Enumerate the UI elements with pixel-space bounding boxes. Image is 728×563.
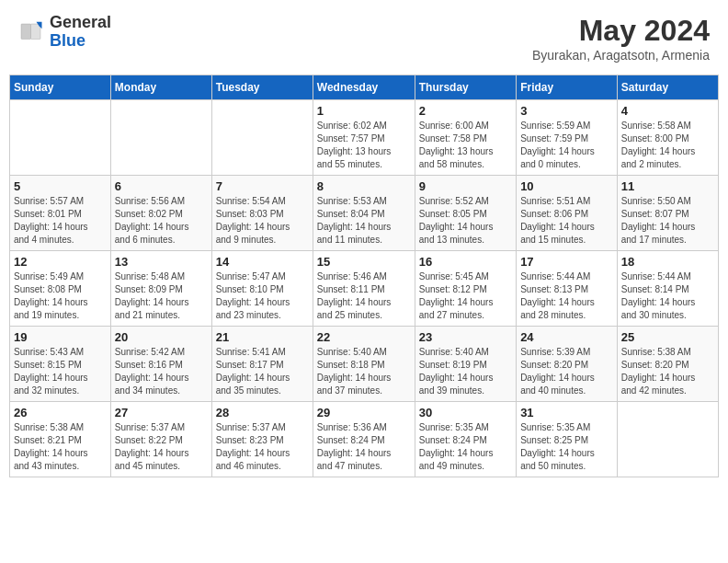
calendar-cell: 15Sunrise: 5:46 AM Sunset: 8:11 PM Dayli…	[313, 251, 415, 327]
calendar-table: SundayMondayTuesdayWednesdayThursdayFrid…	[9, 75, 719, 477]
calendar-header: SundayMondayTuesdayWednesdayThursdayFrid…	[10, 75, 719, 100]
calendar-cell: 10Sunrise: 5:51 AM Sunset: 8:06 PM Dayli…	[517, 176, 618, 251]
day-number: 27	[115, 406, 208, 419]
calendar-cell: 6Sunrise: 5:56 AM Sunset: 8:02 PM Daylig…	[110, 176, 211, 251]
day-info: Sunrise: 5:52 AM Sunset: 8:05 PM Dayligh…	[419, 195, 512, 247]
day-info: Sunrise: 5:57 AM Sunset: 8:01 PM Dayligh…	[14, 195, 107, 247]
day-info: Sunrise: 5:44 AM Sunset: 8:14 PM Dayligh…	[621, 270, 714, 322]
day-number: 16	[419, 255, 512, 269]
calendar-week-1: 5Sunrise: 5:57 AM Sunset: 8:01 PM Daylig…	[10, 176, 719, 251]
calendar-cell: 8Sunrise: 5:53 AM Sunset: 8:04 PM Daylig…	[313, 176, 415, 251]
title-block: May 2024 Byurakan, Aragatsotn, Armenia	[532, 14, 710, 63]
col-header-tuesday: Tuesday	[211, 75, 313, 100]
day-info: Sunrise: 5:40 AM Sunset: 8:19 PM Dayligh…	[419, 346, 512, 397]
day-number: 25	[621, 330, 714, 344]
calendar-week-0: 1Sunrise: 6:02 AM Sunset: 7:57 PM Daylig…	[10, 100, 719, 176]
day-number: 26	[14, 406, 107, 419]
day-info: Sunrise: 5:38 AM Sunset: 8:21 PM Dayligh…	[14, 421, 107, 473]
col-header-thursday: Thursday	[415, 75, 516, 100]
page-header: General Blue May 2024 Byurakan, Aragatso…	[9, 9, 719, 67]
calendar-cell: 13Sunrise: 5:48 AM Sunset: 8:09 PM Dayli…	[110, 251, 211, 327]
day-info: Sunrise: 5:38 AM Sunset: 8:20 PM Dayligh…	[621, 346, 714, 397]
day-number: 22	[317, 330, 411, 344]
day-info: Sunrise: 5:35 AM Sunset: 8:24 PM Dayligh…	[419, 421, 512, 473]
calendar-cell: 24Sunrise: 5:39 AM Sunset: 8:20 PM Dayli…	[517, 327, 618, 402]
day-number: 24	[520, 330, 613, 344]
calendar-cell: 3Sunrise: 5:59 AM Sunset: 7:59 PM Daylig…	[517, 100, 618, 176]
day-number: 31	[520, 406, 613, 419]
calendar-cell: 14Sunrise: 5:47 AM Sunset: 8:10 PM Dayli…	[211, 251, 313, 327]
day-info: Sunrise: 6:02 AM Sunset: 7:57 PM Dayligh…	[317, 120, 411, 171]
col-header-wednesday: Wednesday	[313, 75, 415, 100]
day-number: 4	[621, 104, 714, 118]
calendar-cell: 31Sunrise: 5:35 AM Sunset: 8:25 PM Dayli…	[517, 402, 618, 477]
calendar-week-3: 19Sunrise: 5:43 AM Sunset: 8:15 PM Dayli…	[10, 327, 719, 402]
day-info: Sunrise: 5:59 AM Sunset: 7:59 PM Dayligh…	[520, 120, 613, 171]
col-header-sunday: Sunday	[10, 75, 111, 100]
day-number: 19	[14, 330, 107, 344]
day-number: 5	[14, 179, 107, 193]
day-info: Sunrise: 5:49 AM Sunset: 8:08 PM Dayligh…	[14, 270, 107, 322]
day-info: Sunrise: 5:42 AM Sunset: 8:16 PM Dayligh…	[115, 346, 208, 397]
calendar-cell: 29Sunrise: 5:36 AM Sunset: 8:24 PM Dayli…	[313, 402, 415, 477]
day-number: 23	[419, 330, 512, 344]
day-number: 17	[520, 255, 613, 269]
calendar-cell	[211, 100, 313, 176]
calendar-cell	[10, 100, 111, 176]
day-info: Sunrise: 6:00 AM Sunset: 7:58 PM Dayligh…	[419, 120, 512, 171]
calendar-cell	[110, 100, 211, 176]
location-title: Byurakan, Aragatsotn, Armenia	[532, 48, 710, 63]
logo: General Blue	[18, 14, 111, 51]
calendar-cell: 25Sunrise: 5:38 AM Sunset: 8:20 PM Dayli…	[617, 327, 718, 402]
col-header-saturday: Saturday	[617, 75, 718, 100]
calendar-cell: 12Sunrise: 5:49 AM Sunset: 8:08 PM Dayli…	[10, 251, 111, 327]
day-info: Sunrise: 5:50 AM Sunset: 8:07 PM Dayligh…	[621, 195, 714, 247]
day-info: Sunrise: 5:39 AM Sunset: 8:20 PM Dayligh…	[520, 346, 613, 397]
calendar-cell: 18Sunrise: 5:44 AM Sunset: 8:14 PM Dayli…	[617, 251, 718, 327]
day-info: Sunrise: 5:36 AM Sunset: 8:24 PM Dayligh…	[317, 421, 411, 473]
day-number: 9	[419, 179, 512, 193]
day-number: 3	[520, 104, 613, 118]
calendar-cell: 19Sunrise: 5:43 AM Sunset: 8:15 PM Dayli…	[10, 327, 111, 402]
calendar-cell: 23Sunrise: 5:40 AM Sunset: 8:19 PM Dayli…	[415, 327, 516, 402]
calendar-cell: 16Sunrise: 5:45 AM Sunset: 8:12 PM Dayli…	[415, 251, 516, 327]
day-number: 29	[317, 406, 411, 419]
day-info: Sunrise: 5:35 AM Sunset: 8:25 PM Dayligh…	[520, 421, 613, 473]
day-number: 10	[520, 179, 613, 193]
day-info: Sunrise: 5:37 AM Sunset: 8:23 PM Dayligh…	[216, 421, 309, 473]
day-number: 15	[317, 255, 411, 269]
day-info: Sunrise: 5:58 AM Sunset: 8:00 PM Dayligh…	[621, 120, 714, 171]
day-number: 12	[14, 255, 107, 269]
day-info: Sunrise: 5:46 AM Sunset: 8:11 PM Dayligh…	[317, 270, 411, 322]
svg-rect-1	[21, 24, 31, 40]
day-number: 2	[419, 104, 512, 118]
calendar-cell: 30Sunrise: 5:35 AM Sunset: 8:24 PM Dayli…	[415, 402, 516, 477]
day-number: 21	[216, 330, 309, 344]
day-info: Sunrise: 5:40 AM Sunset: 8:18 PM Dayligh…	[317, 346, 411, 397]
calendar-cell: 20Sunrise: 5:42 AM Sunset: 8:16 PM Dayli…	[110, 327, 211, 402]
calendar-cell: 21Sunrise: 5:41 AM Sunset: 8:17 PM Dayli…	[211, 327, 313, 402]
calendar-cell: 28Sunrise: 5:37 AM Sunset: 8:23 PM Dayli…	[211, 402, 313, 477]
col-header-monday: Monday	[110, 75, 211, 100]
calendar-cell: 22Sunrise: 5:40 AM Sunset: 8:18 PM Dayli…	[313, 327, 415, 402]
logo-blue-text: Blue	[50, 31, 85, 50]
logo-icon	[18, 18, 46, 46]
day-number: 18	[621, 255, 714, 269]
day-number: 11	[621, 179, 714, 193]
calendar-week-2: 12Sunrise: 5:49 AM Sunset: 8:08 PM Dayli…	[10, 251, 719, 327]
day-number: 30	[419, 406, 512, 419]
day-number: 28	[216, 406, 309, 419]
calendar-cell: 9Sunrise: 5:52 AM Sunset: 8:05 PM Daylig…	[415, 176, 516, 251]
calendar-cell: 27Sunrise: 5:37 AM Sunset: 8:22 PM Dayli…	[110, 402, 211, 477]
calendar-cell: 26Sunrise: 5:38 AM Sunset: 8:21 PM Dayli…	[10, 402, 111, 477]
calendar-cell: 5Sunrise: 5:57 AM Sunset: 8:01 PM Daylig…	[10, 176, 111, 251]
calendar-cell: 11Sunrise: 5:50 AM Sunset: 8:07 PM Dayli…	[617, 176, 718, 251]
day-info: Sunrise: 5:43 AM Sunset: 8:15 PM Dayligh…	[14, 346, 107, 397]
logo-general-text: General	[50, 13, 111, 31]
calendar-cell: 17Sunrise: 5:44 AM Sunset: 8:13 PM Dayli…	[517, 251, 618, 327]
calendar-cell: 1Sunrise: 6:02 AM Sunset: 7:57 PM Daylig…	[313, 100, 415, 176]
day-info: Sunrise: 5:37 AM Sunset: 8:22 PM Dayligh…	[115, 421, 208, 473]
day-info: Sunrise: 5:48 AM Sunset: 8:09 PM Dayligh…	[115, 270, 208, 322]
day-number: 7	[216, 179, 309, 193]
month-title: May 2024	[532, 14, 710, 48]
